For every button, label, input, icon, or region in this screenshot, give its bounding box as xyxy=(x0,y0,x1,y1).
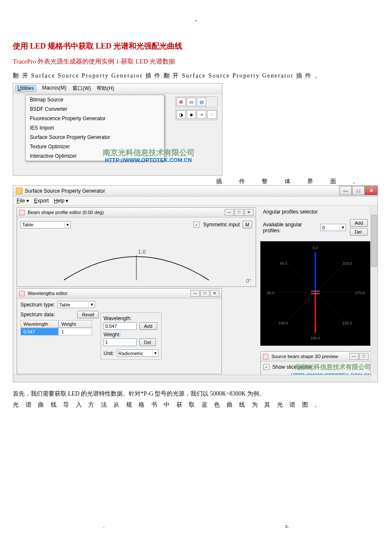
menu-item-texture-optimizer[interactable]: Texture Optimizer xyxy=(26,142,164,151)
horizontal-scrollbar[interactable] xyxy=(13,375,371,382)
col-weight: Weight xyxy=(58,320,92,328)
unit-combo[interactable]: Radiometric▾ xyxy=(117,350,159,357)
del-wavelength-button[interactable]: Del xyxy=(139,338,156,346)
window-title: Surface Source Property Generator xyxy=(25,188,105,194)
svg-text:225.0: 225.0 xyxy=(343,321,352,325)
del-profile-button[interactable]: Del xyxy=(350,228,368,236)
panel-icon xyxy=(263,354,268,359)
unit-label: Unit: xyxy=(104,350,114,356)
window-titlebar: Surface Source Property Generator — □ ✕ xyxy=(13,186,378,197)
utilities-dropdown: Bitmap Source BSDF Converter Fluorescenc… xyxy=(25,95,164,161)
angular-profiles-selector: Angular profiles selector Avaliable angu… xyxy=(260,207,370,348)
menubar: Utilities Macros(M) 窗口(W) 帮助(H) xyxy=(13,84,222,94)
svg-text:315.0: 315.0 xyxy=(343,261,352,266)
menu-item-fluorescence[interactable]: Fluorescence Property Generator xyxy=(26,114,164,123)
screenshot-utilities-menu: Utilities Macros(M) 窗口(W) 帮助(H) Bitmap S… xyxy=(13,83,222,176)
svg-text:90.0: 90.0 xyxy=(267,291,274,295)
wavelengths-editor: Wavelengths editor — □ ✕ Spectrum type: … xyxy=(17,288,222,374)
menu-item-bitmap-source[interactable]: Bitmap Source xyxy=(26,95,164,104)
wavelength-input[interactable] xyxy=(104,322,137,330)
minimize-button[interactable]: — xyxy=(339,186,352,195)
cell-weight[interactable]: 1 xyxy=(58,328,92,335)
body-paragraph-2: 光 谱 曲 线 导 入 方 法 从 规 格 书 中 获 取 蓝 色 曲 线 为 … xyxy=(13,401,379,409)
m-button[interactable]: M xyxy=(242,221,252,228)
svg-line-14 xyxy=(315,263,345,292)
spectrum-data-label: Spectrum data: xyxy=(20,312,55,318)
panel-maximize-icon[interactable]: □ xyxy=(200,290,210,297)
menu-file[interactable]: File ▾ xyxy=(17,198,29,204)
avail-profiles-combo[interactable]: 0▾ xyxy=(320,224,346,231)
weight-field-label: Weight: xyxy=(104,332,159,338)
paragraph-2: 插 件 整 体 界 面 。 xyxy=(13,178,379,185)
symmetric-label: Symmetric input xyxy=(203,222,240,228)
toolbar-icon-4[interactable]: ◑ xyxy=(176,110,186,119)
toolbar-icon-2[interactable]: ▭ xyxy=(187,98,196,106)
screenshot-sspg-window: Surface Source Property Generator — □ ✕ … xyxy=(13,185,378,382)
app-menubar: File ▾ Export Help ▾ xyxy=(13,197,378,205)
doc-title: 使用 LED 规格书中获取 LED 光谱和光强配光曲线 xyxy=(13,41,379,51)
body-paragraph-1: 首先，我们需要获取 LED 的光谱特性数据。针对*P-G 型号的光源，我们以 5… xyxy=(13,390,379,398)
reset-button[interactable]: Reset xyxy=(77,311,99,318)
symmetric-checkbox[interactable]: ✓ xyxy=(193,222,199,228)
add-profile-button[interactable]: Add xyxy=(350,219,368,227)
menu-item-ies-import[interactable]: IES Import xyxy=(26,123,164,133)
panel-minimize-icon[interactable]: — xyxy=(190,290,200,297)
menu-export[interactable]: Export xyxy=(34,198,49,204)
show-slice-checkbox[interactable]: ✓ xyxy=(263,364,269,370)
show-slice-label: Show slice profile xyxy=(272,364,312,370)
menu-window[interactable]: 窗口(W) xyxy=(72,85,91,92)
menu-help-app[interactable]: Help ▾ xyxy=(54,198,68,204)
wavelength-field-label: Wavelength: xyxy=(104,315,159,321)
svg-line-16 xyxy=(315,292,345,322)
beam-type-combo[interactable]: Table▾ xyxy=(20,221,71,228)
angular-polar-chart: 0.0 45.0 90.0 135.0 180.0 225.0 270.0 31… xyxy=(260,241,370,346)
toolbar-icon-1[interactable]: ⚙ xyxy=(176,98,186,106)
toolbar-icon-3[interactable]: ▤ xyxy=(197,98,206,106)
doc-subtitle: TracePro 外表光源生成器的使用实例 1-获取 LED 光谱数据 xyxy=(13,58,379,66)
menu-item-bsdf-converter[interactable]: BSDF Converter xyxy=(26,104,164,114)
beam-shape-editor: Beam shape profile editor (0.00 deg) — □… xyxy=(17,207,256,287)
svg-text:45.0: 45.0 xyxy=(280,261,287,266)
panel-minimize-icon[interactable]: — xyxy=(349,353,359,360)
svg-line-15 xyxy=(285,263,315,292)
menu-item-interactive-optimizer[interactable]: Interactive Optimizer xyxy=(26,151,164,161)
menu-utilities[interactable]: Utilities xyxy=(15,85,36,92)
angular-title: Angular profiles selector xyxy=(260,207,370,217)
svg-text:135.0: 135.0 xyxy=(279,321,288,325)
svg-text:180.0: 180.0 xyxy=(311,336,320,340)
close-button[interactable]: ✕ xyxy=(365,186,378,195)
app-icon xyxy=(16,188,23,194)
cell-wavelength[interactable]: 0.547 xyxy=(20,328,58,335)
spectrum-type-combo[interactable]: Table▾ xyxy=(58,301,95,308)
beam-profile-plot: 1.0 xyxy=(17,229,256,284)
menu-help[interactable]: 帮助(H) xyxy=(97,85,114,92)
panel-minimize-icon[interactable]: — xyxy=(225,209,234,216)
vertical-scrollbar[interactable] xyxy=(370,206,378,374)
svg-text:0.0: 0.0 xyxy=(313,246,318,250)
panel-maximize-icon[interactable]: □ xyxy=(359,353,369,360)
toolbar-icon-5[interactable]: ■ xyxy=(187,110,196,119)
panel-maximize-icon[interactable]: □ xyxy=(234,209,244,216)
svg-text:270.0: 270.0 xyxy=(355,291,365,295)
svg-line-17 xyxy=(285,292,315,322)
beam-3d-preview: Source beam shape 3D preview — □ ✓ Show … xyxy=(260,351,371,376)
panel-icon xyxy=(19,210,25,215)
menu-item-surface-source[interactable]: Surface Source Property Generator xyxy=(26,133,164,142)
col-wavelength: Wavelength xyxy=(20,320,58,328)
preview-title: Source beam shape 3D preview xyxy=(271,354,338,359)
page-footer: . z. xyxy=(13,523,379,529)
paragraph-1: 翻 开 Surface Source Property Generator 插 … xyxy=(13,72,379,80)
toolbar-icon-7[interactable]: ♡ xyxy=(207,110,216,119)
toolbar-icon-6[interactable]: ✦ xyxy=(197,110,206,119)
panel-close-icon[interactable]: ✕ xyxy=(210,290,219,297)
menu-macros[interactable]: Macros(M) xyxy=(42,85,66,92)
spectrum-type-label: Spectrum type: xyxy=(20,302,55,308)
panel-icon xyxy=(19,291,25,296)
add-wavelength-button[interactable]: Add xyxy=(139,322,157,330)
panel-close-icon[interactable]: ✕ xyxy=(244,209,254,216)
weight-input[interactable] xyxy=(104,338,137,346)
maximize-button[interactable]: □ xyxy=(352,186,365,195)
avail-profiles-label: Avaliable angular profiles: xyxy=(263,222,318,234)
wavelengths-title: Wavelengths editor xyxy=(28,291,68,296)
degree-label: 0° xyxy=(246,278,251,284)
